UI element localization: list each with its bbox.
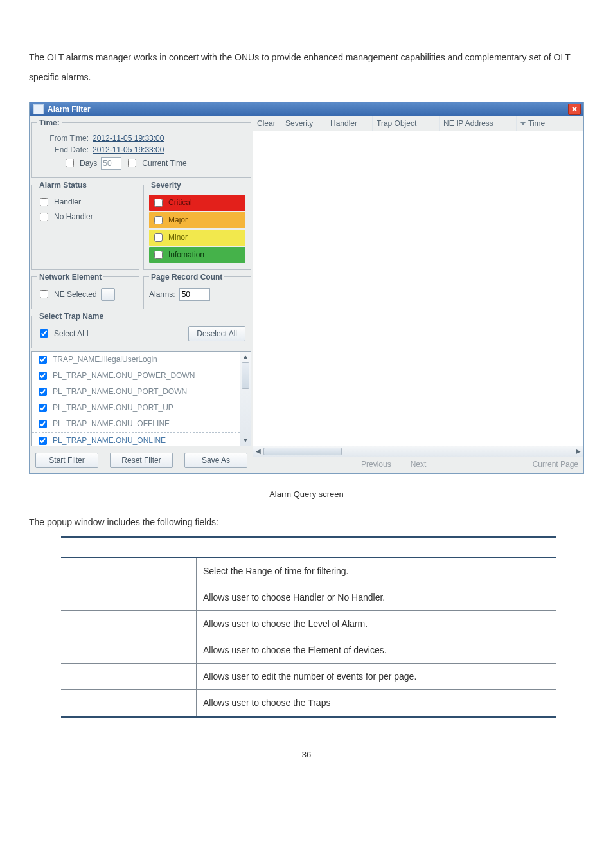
- trap-list: TRAP_NAME.IllegalUserLogin PL_TRAP_NAME.…: [31, 351, 251, 446]
- close-icon[interactable]: ✕: [568, 104, 581, 115]
- pager-current[interactable]: Current Page: [533, 460, 578, 469]
- sev-info-label: Infomation: [168, 250, 204, 259]
- end-date-value[interactable]: 2012-11-05 19:33:00: [93, 145, 164, 154]
- sev-info-checkbox[interactable]: [154, 251, 163, 259]
- deselect-all-button[interactable]: Deselect All: [188, 326, 245, 341]
- table-row: Select the Range of time for filtering.: [61, 557, 556, 584]
- table-row: Allows user to edit the number of events…: [61, 663, 556, 689]
- left-pane: Time: From Time: 2012-11-05 19:33:00 End…: [30, 116, 253, 473]
- ne-selected-label: NE Selected: [54, 290, 97, 299]
- handler-checkbox[interactable]: [40, 198, 48, 206]
- cell-val: Select the Range of time for filtering.: [197, 557, 556, 584]
- trap-item-checkbox[interactable]: [39, 372, 47, 380]
- col-ne-ip[interactable]: NE IP Address: [440, 116, 517, 131]
- cell-key: [61, 584, 197, 610]
- trap-item-checkbox[interactable]: [39, 437, 47, 445]
- col-clear[interactable]: Clear: [253, 116, 281, 131]
- table-header: Clear Severity Handler Trap Object NE IP…: [253, 116, 583, 131]
- alarms-input[interactable]: [179, 288, 210, 301]
- trap-item: TRAP_NAME.IllegalUserLogin: [32, 352, 240, 368]
- cell-key: [61, 689, 197, 716]
- trap-item-label: PL_TRAP_NAME.ONU_OFFLINE: [53, 419, 170, 428]
- table-row: Allows user to choose the Level of Alarm…: [61, 610, 556, 637]
- pager: Previous Next Current Page: [253, 457, 583, 473]
- select-trap-legend: Select Trap Name: [37, 312, 105, 321]
- page-record-legend: Page Record Count: [149, 273, 224, 282]
- time-group: Time: From Time: 2012-11-05 19:33:00 End…: [31, 118, 251, 178]
- current-time-checkbox[interactable]: [128, 159, 136, 167]
- dialog-title: Alarm Filter: [48, 105, 91, 114]
- cell-val: Allows user to choose Handler or No Hand…: [197, 584, 556, 610]
- trap-item-label: PL_TRAP_NAME.ONU_ONLINE: [53, 436, 166, 445]
- cell-val: Allows user to edit the number of events…: [197, 663, 556, 689]
- trap-item: PL_TRAP_NAME.ONU_ONLINE: [32, 432, 240, 446]
- from-time-value[interactable]: 2012-11-05 19:33:00: [93, 134, 164, 143]
- sev-minor-checkbox[interactable]: [154, 233, 163, 242]
- trap-item-checkbox[interactable]: [39, 420, 47, 428]
- col-severity[interactable]: Severity: [281, 116, 326, 131]
- cell-key: [61, 663, 197, 689]
- cell-key: [61, 610, 197, 637]
- sev-critical-checkbox[interactable]: [154, 199, 163, 207]
- severity-group: Severity Critical Major Minor Infomation: [143, 181, 251, 270]
- handler-label: Handler: [54, 197, 81, 206]
- save-as-button[interactable]: Save As: [184, 453, 247, 468]
- cell-val: Allows user to choose the Traps: [197, 689, 556, 716]
- trap-item: PL_TRAP_NAME.ONU_OFFLINE: [32, 416, 240, 432]
- trap-item-label: PL_TRAP_NAME.ONU_PORT_DOWN: [53, 387, 187, 396]
- right-pane: Clear Severity Handler Trap Object NE IP…: [253, 116, 583, 473]
- scroll-thumb[interactable]: [242, 362, 249, 389]
- select-all-checkbox[interactable]: [40, 329, 48, 338]
- sev-major-checkbox[interactable]: [154, 216, 163, 224]
- trap-item: PL_TRAP_NAME.ONU_POWER_DOWN: [32, 368, 240, 384]
- no-handler-checkbox[interactable]: [40, 213, 48, 221]
- scroll-up-icon[interactable]: ▲: [240, 352, 251, 362]
- trap-scrollbar[interactable]: ▲ ▼: [240, 352, 251, 446]
- page-number: 36: [29, 750, 584, 759]
- scroll-right-icon[interactable]: ▶: [573, 446, 583, 457]
- from-time-label: From Time:: [37, 134, 89, 143]
- select-all-label: Select ALL: [54, 329, 91, 338]
- table-row: Allows user to choose the Traps: [61, 689, 556, 716]
- trap-item-checkbox[interactable]: [39, 356, 47, 364]
- current-time-label: Current Time: [142, 159, 186, 168]
- severity-legend: Severity: [149, 181, 183, 190]
- col-time-label: Time: [528, 119, 545, 128]
- dialog-icon: [33, 104, 44, 114]
- hscroll-thumb[interactable]: [263, 448, 342, 455]
- alarms-label: Alarms:: [149, 290, 175, 299]
- cell-key: [61, 637, 197, 663]
- days-input[interactable]: [101, 157, 121, 170]
- trap-item-checkbox[interactable]: [39, 404, 47, 412]
- pager-next[interactable]: Next: [411, 460, 427, 469]
- col-trap-object[interactable]: Trap Object: [373, 116, 440, 131]
- alarm-status-legend: Alarm Status: [37, 181, 89, 190]
- fields-table: Select the Range of time for filtering. …: [61, 536, 556, 718]
- reset-filter-button[interactable]: Reset Filter: [110, 453, 173, 468]
- trap-item-label: PL_TRAP_NAME.ONU_PORT_UP: [53, 403, 173, 412]
- sort-desc-icon: [520, 122, 526, 125]
- trap-item-label: TRAP_NAME.IllegalUserLogin: [53, 355, 157, 364]
- ne-selected-checkbox[interactable]: [40, 290, 48, 298]
- table-row: Allows user to choose Handler or No Hand…: [61, 584, 556, 610]
- days-checkbox[interactable]: [66, 159, 74, 167]
- col-handler[interactable]: Handler: [326, 116, 373, 131]
- ne-select-button[interactable]: [101, 288, 115, 301]
- dialog-titlebar[interactable]: Alarm Filter ✕: [30, 102, 583, 116]
- cell-val: Allows user to choose the Level of Alarm…: [197, 610, 556, 637]
- pager-previous[interactable]: Previous: [361, 460, 391, 469]
- trap-item-checkbox[interactable]: [39, 388, 47, 396]
- network-element-legend: Network Element: [37, 273, 103, 282]
- start-filter-button[interactable]: Start Filter: [35, 453, 98, 468]
- end-date-label: End Date:: [37, 145, 89, 154]
- intro-text: The OLT alarms manager works in concert …: [29, 48, 584, 87]
- lead-text: The popup window includes the following …: [29, 517, 584, 527]
- scroll-down-icon[interactable]: ▼: [240, 435, 251, 446]
- sev-minor-label: Minor: [168, 233, 188, 242]
- alarm-status-group: Alarm Status Handler No Handler: [31, 181, 139, 270]
- no-handler-label: No Handler: [54, 212, 93, 221]
- scroll-left-icon[interactable]: ◀: [253, 446, 263, 457]
- time-legend: Time:: [37, 118, 62, 127]
- horizontal-scrollbar[interactable]: ◀ ▶: [253, 446, 583, 457]
- col-time[interactable]: Time: [517, 116, 583, 131]
